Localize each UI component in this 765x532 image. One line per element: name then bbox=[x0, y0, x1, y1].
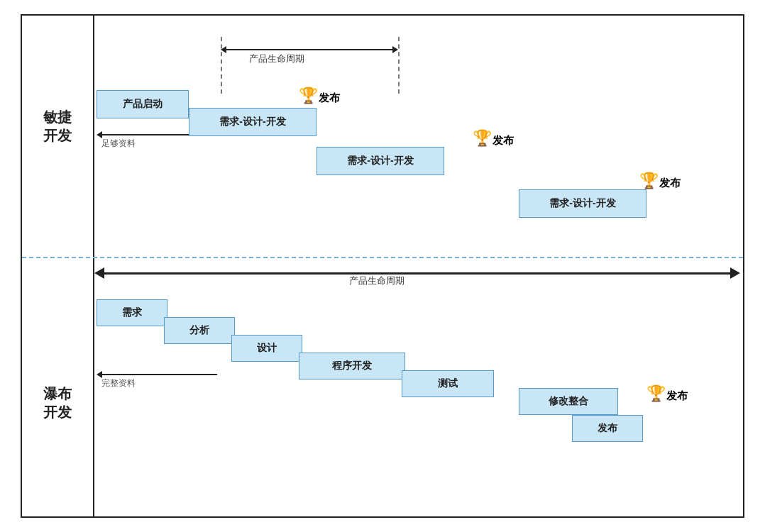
wf-box-design: 设计 bbox=[231, 335, 302, 362]
diagram-container: 敏捷开发 产品生命周期 产品启动 🏆 发布 需求-设计-开发 🏆 发布 需求-设… bbox=[21, 14, 744, 518]
waterfall-label: 瀑布开发 bbox=[29, 384, 86, 421]
wf-box-req: 需求 bbox=[97, 299, 167, 326]
trophy-3: 🏆 bbox=[639, 172, 659, 190]
enough-material-label: 足够资料 bbox=[101, 138, 136, 150]
agile-lifecycle-label: 产品生命周期 bbox=[249, 52, 304, 65]
wf-box-test: 测试 bbox=[402, 370, 494, 397]
trophy-4: 🏆 bbox=[646, 384, 666, 403]
dotted-vline-right bbox=[398, 37, 400, 94]
wf-box-release: 发布 bbox=[572, 415, 643, 442]
wf-box-analysis: 分析 bbox=[164, 317, 235, 344]
wf-box-dev: 程序开发 bbox=[299, 353, 405, 379]
release-label-4: 发布 bbox=[666, 389, 688, 403]
agile-lifecycle-arrow bbox=[221, 45, 398, 54]
waterfall-lifecycle-label: 产品生命周期 bbox=[306, 275, 448, 287]
agile-box-start: 产品启动 bbox=[97, 90, 189, 118]
agile-dev-box-2: 需求-设计-开发 bbox=[317, 147, 444, 175]
horizontal-dashed-divider bbox=[22, 257, 743, 258]
agile-dev-box-3: 需求-设计-开发 bbox=[519, 189, 646, 218]
full-material-label: 完整资料 bbox=[101, 377, 136, 389]
trophy-2: 🏆 bbox=[473, 129, 492, 148]
release-label-2: 发布 bbox=[492, 134, 514, 148]
wf-box-fix: 修改整合 bbox=[519, 388, 618, 415]
agile-label: 敏捷开发 bbox=[29, 108, 86, 145]
vertical-divider bbox=[93, 16, 94, 516]
release-label-1: 发布 bbox=[319, 92, 340, 105]
release-label-3: 发布 bbox=[659, 177, 681, 190]
agile-dev-box-1: 需求-设计-开发 bbox=[189, 108, 317, 136]
trophy-1: 🏆 bbox=[299, 87, 318, 105]
